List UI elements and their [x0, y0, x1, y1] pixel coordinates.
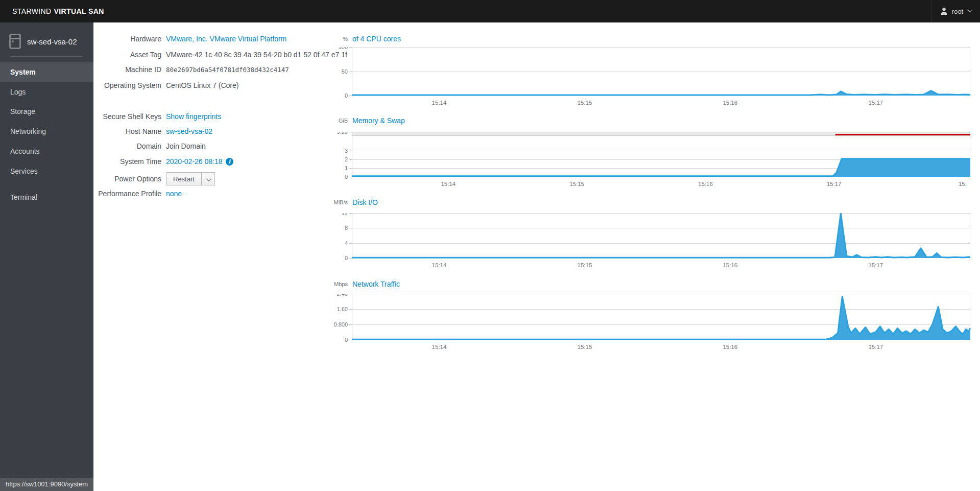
- top-bar: STARWIND VIRTUAL SAN root: [0, 0, 980, 22]
- restart-button[interactable]: Restart: [166, 172, 202, 185]
- svg-text:15:14: 15:14: [432, 100, 447, 106]
- svg-text:15:17: 15:17: [827, 181, 842, 187]
- svg-text:15:15: 15:15: [578, 262, 592, 268]
- user-menu[interactable]: root: [931, 0, 980, 22]
- svg-text:15:17: 15:17: [868, 262, 883, 268]
- sidebar-item-storage[interactable]: Storage: [0, 102, 93, 121]
- svg-text:15:16: 15:16: [723, 100, 737, 106]
- svg-text:5.20: 5.20: [337, 132, 348, 135]
- hardware-link[interactable]: VMware, Inc. VMware Virtual Platform: [166, 35, 286, 43]
- svg-text:0.800: 0.800: [333, 321, 348, 328]
- network-chart-unit: Mbps: [286, 281, 348, 287]
- svg-text:2: 2: [345, 156, 348, 162]
- sidebar-item-services[interactable]: Services: [0, 161, 93, 181]
- svg-text:15:15: 15:15: [578, 100, 592, 106]
- performance-profile-label: Performance Profile: [93, 190, 161, 198]
- network-traffic-chart: 2.401.600.800015:1415:1515:1615:17: [327, 294, 980, 356]
- svg-text:15:: 15:: [959, 181, 967, 187]
- performance-profile-link[interactable]: none: [166, 190, 182, 198]
- svg-text:15:17: 15:17: [868, 344, 883, 350]
- svg-text:2.40: 2.40: [337, 294, 348, 297]
- svg-text:0: 0: [345, 337, 348, 343]
- host-selector[interactable]: sw-sed-vsa-02: [0, 30, 93, 53]
- svg-text:15:14: 15:14: [441, 181, 456, 187]
- chevron-down-icon: [967, 7, 972, 12]
- domain-label: Domain: [93, 142, 161, 150]
- os-value: CentOS Linux 7 (Core): [166, 81, 238, 89]
- system-time-row: System Time 2020-02-26 08:18 i: [93, 156, 359, 167]
- cpu-chart: 10050015:1415:1515:1615:17: [327, 47, 980, 112]
- brand-primary: STARWIND: [12, 7, 52, 15]
- sidebar: sw-sed-vsa-02 System Logs Storage Networ…: [0, 22, 93, 491]
- svg-text:0: 0: [345, 255, 348, 261]
- asset-tag-label: Asset Tag: [93, 51, 161, 59]
- disk-io-chart-title-link[interactable]: Disk I/O: [352, 198, 378, 206]
- svg-text:50: 50: [342, 68, 348, 75]
- asset-tag-value: VMware-42 1c 40 8c 39 4a 39 54-20 b0 d1 …: [166, 51, 347, 59]
- brand-secondary: VIRTUAL SAN: [54, 7, 104, 15]
- svg-text:12: 12: [342, 213, 348, 216]
- link-status-bar: https://sw1001:9090/system: [0, 478, 93, 491]
- memory-chart: 5.20321015:1415:1515:1615:1715:: [327, 132, 980, 193]
- sidebar-item-accounts[interactable]: Accounts: [0, 142, 93, 161]
- sidebar-divider: [10, 56, 83, 57]
- brand-logo: STARWIND VIRTUAL SAN: [12, 0, 104, 22]
- show-fingerprints-link[interactable]: Show fingerprints: [166, 112, 221, 121]
- machine-id-value: 80e2697bd6a54f0781df038d432c4147: [166, 66, 289, 74]
- system-time-link[interactable]: 2020-02-26 08:18: [166, 157, 223, 166]
- server-icon: [9, 34, 21, 49]
- info-icon[interactable]: i: [226, 158, 233, 166]
- chevron-down-icon: [206, 176, 211, 181]
- os-row: Operating System CentOS Linux 7 (Core): [93, 80, 359, 91]
- asset-tag-row: Asset Tag VMware-42 1c 40 8c 39 4a 39 54…: [93, 49, 359, 60]
- performance-profile-row: Performance Profile none: [93, 188, 359, 199]
- machine-id-label: Machine ID: [93, 65, 161, 74]
- memory-chart-unit: GiB: [286, 118, 348, 124]
- hostname-label: Host Name: [93, 127, 161, 135]
- user-name: root: [952, 8, 963, 15]
- svg-text:0: 0: [345, 174, 348, 180]
- sidebar-item-networking[interactable]: Networking: [0, 122, 93, 141]
- join-domain-link[interactable]: Join Domain: [166, 142, 206, 150]
- svg-text:0: 0: [345, 92, 348, 99]
- power-options-row: Power Options Restart: [93, 172, 359, 185]
- network-chart-title-link[interactable]: Network Traffic: [352, 280, 400, 288]
- svg-text:8: 8: [345, 225, 348, 231]
- svg-text:15:14: 15:14: [432, 262, 447, 268]
- cpu-chart-title-link[interactable]: of 4 CPU cores: [352, 35, 401, 43]
- domain-row: Domain Join Domain: [93, 141, 359, 152]
- power-options-label: Power Options: [93, 175, 161, 183]
- hardware-label: Hardware: [93, 35, 161, 43]
- svg-text:4: 4: [345, 240, 348, 246]
- svg-text:3: 3: [345, 148, 348, 154]
- svg-text:15:17: 15:17: [868, 100, 883, 106]
- system-time-label: System Time: [93, 157, 161, 166]
- power-options-dropdown-button[interactable]: [202, 172, 215, 185]
- ssh-keys-label: Secure Shell Keys: [93, 112, 161, 121]
- hostname-link[interactable]: sw-sed-vsa-02: [166, 127, 212, 135]
- svg-text:15:15: 15:15: [569, 181, 584, 187]
- os-label: Operating System: [93, 81, 161, 89]
- sidebar-item-terminal[interactable]: Terminal: [0, 188, 93, 207]
- disk-io-chart-unit: MiB/s: [286, 199, 348, 205]
- svg-text:15:16: 15:16: [698, 181, 713, 187]
- svg-text:1.60: 1.60: [337, 306, 348, 312]
- svg-text:1: 1: [345, 165, 348, 171]
- svg-text:15:16: 15:16: [723, 262, 737, 268]
- machine-id-row: Machine ID 80e2697bd6a54f0781df038d432c4…: [93, 64, 359, 75]
- sidebar-item-system[interactable]: System: [0, 62, 93, 82]
- sidebar-item-logs[interactable]: Logs: [0, 82, 93, 102]
- disk-io-chart: 1284015:1415:1515:1615:17: [327, 213, 980, 274]
- hostname-row: Host Name sw-sed-vsa-02: [93, 126, 359, 137]
- svg-text:100: 100: [339, 47, 348, 50]
- cpu-chart-unit: %: [286, 36, 348, 42]
- memory-chart-title-link[interactable]: Memory & Swap: [352, 116, 405, 125]
- host-name: sw-sed-vsa-02: [27, 37, 77, 46]
- svg-text:15:15: 15:15: [578, 344, 592, 350]
- svg-text:15:16: 15:16: [723, 344, 737, 350]
- svg-text:15:14: 15:14: [432, 344, 447, 350]
- user-icon: [940, 7, 948, 15]
